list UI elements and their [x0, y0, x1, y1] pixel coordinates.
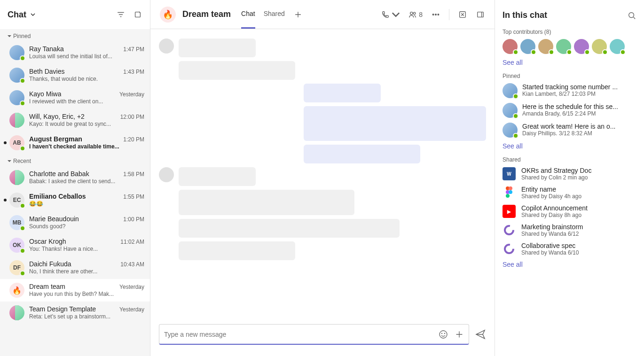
more-button[interactable]	[431, 10, 440, 19]
chat-list-item[interactable]: Beth Davies1:43 PMThanks, that would be …	[0, 64, 150, 86]
shared-file[interactable]: Entity nameShared by Daisy 4h ago	[503, 186, 636, 200]
avatar: AB	[9, 135, 24, 150]
chat-list-item[interactable]: Ray Tanaka1:47 PMLouisa will send the in…	[0, 41, 150, 64]
sidebar-title: Chat	[8, 10, 26, 20]
shared-title: Collaborative spec	[521, 242, 636, 249]
chat-item-title: Emiliano Ceballos	[29, 193, 86, 200]
chat-list-item[interactable]: 🔥Dream teamYesterdayHave you run this by…	[0, 279, 150, 302]
emoji-button[interactable]	[439, 330, 448, 339]
svg-point-7	[440, 331, 447, 338]
pinned-message[interactable]: Started tracking some number ...Kian Lam…	[503, 83, 636, 98]
add-tab-button[interactable]	[293, 10, 303, 19]
top-contributors-label: Top contributors (8)	[503, 29, 636, 35]
shared-meta: Shared by Wanda 6/10	[521, 249, 636, 256]
chat-list-item[interactable]: DFDaichi Fukuda10:43 AMNo, I think there…	[0, 256, 150, 279]
avatar: OK	[9, 238, 24, 253]
shared-file[interactable]: Marketing brainstormShared by Wanda 6/12	[503, 223, 636, 237]
see-all-shared[interactable]: See all	[503, 261, 523, 268]
chat-item-time: 1:55 PM	[123, 193, 144, 200]
avatar-placeholder	[159, 167, 174, 182]
chat-list-item[interactable]: Kayo MiwaYesterdayI reviewed with the cl…	[0, 86, 150, 109]
message-group	[159, 84, 486, 163]
chat-item-preview: 😂😂	[29, 201, 144, 207]
add-attachment-button[interactable]	[455, 330, 464, 339]
contributor-avatar[interactable]	[592, 39, 607, 54]
figma-icon	[503, 186, 516, 199]
contributor-avatar[interactable]	[538, 39, 553, 54]
info-panel: In this chat Top contributors (8) See al…	[495, 0, 644, 356]
chat-list-item[interactable]: Team Design TemplateYesterdayReta: Let's…	[0, 302, 150, 324]
chat-item-time: 1:43 PM	[123, 69, 144, 75]
pinned-message[interactable]: Here is the schedule for this se...Amand…	[503, 103, 636, 118]
recent-section-header[interactable]: Recent	[0, 154, 150, 166]
contributor-avatar[interactable]	[503, 39, 518, 54]
panel-search-button[interactable]	[627, 11, 636, 20]
avatar	[9, 45, 24, 60]
chat-item-title: Ray Tanaka	[29, 45, 64, 53]
message-bubble[interactable]	[179, 167, 256, 186]
message-area[interactable]	[150, 29, 495, 317]
shared-file[interactable]: ▶Copilot AnnouncementShared by Daisy 8h …	[503, 204, 636, 218]
svg-point-9	[445, 333, 445, 333]
avatar-placeholder	[159, 39, 174, 54]
chat-item-title: Kayo Miwa	[29, 90, 61, 98]
contributor-avatar[interactable]	[556, 39, 571, 54]
pinned-title: Here is the schedule for this se...	[522, 103, 636, 110]
call-button[interactable]	[381, 10, 400, 19]
shared-file[interactable]: Collaborative specShared by Wanda 6/10	[503, 242, 636, 256]
tab-chat[interactable]: Chat	[241, 0, 255, 29]
chat-list-item[interactable]: Will, Kayo, Eric, +212:00 PMKayo: It wou…	[0, 109, 150, 132]
participants-button[interactable]: 8	[408, 10, 423, 19]
chat-list-item[interactable]: MBMarie Beaudouin1:00 PMSounds good?	[0, 211, 150, 234]
svg-point-1	[414, 12, 416, 15]
svg-point-2	[432, 14, 434, 15]
chevron-down-icon	[392, 10, 400, 19]
contributor-avatar[interactable]	[520, 39, 535, 54]
message-bubble[interactable]	[179, 61, 295, 80]
copilot-button[interactable]	[458, 10, 467, 19]
chat-list-item[interactable]: ECEmiliano Ceballos1:55 PM😂😂	[0, 189, 150, 211]
chat-item-title: Will, Kayo, Eric, +2	[29, 113, 85, 120]
chat-dropdown[interactable]: Chat	[8, 10, 36, 20]
chat-item-preview: I reviewed with the client on...	[29, 98, 144, 105]
message-bubble[interactable]	[179, 39, 256, 57]
contributor-avatar[interactable]	[610, 39, 625, 54]
message-bubble[interactable]	[179, 190, 354, 215]
chat-item-preview: Have you run this by Beth? Mak...	[29, 291, 144, 297]
tab-shared[interactable]: Shared	[264, 0, 285, 29]
collapse-icon	[8, 34, 11, 38]
pinned-section-header[interactable]: Pinned	[0, 29, 150, 41]
chat-item-preview: I haven't checked available time...	[29, 143, 144, 150]
chat-avatar: 🔥	[160, 7, 176, 23]
chat-list[interactable]: Pinned Ray Tanaka1:47 PMLouisa will send…	[0, 29, 150, 356]
chat-list-item[interactable]: Charlotte and Babak1:58 PMBabak: I asked…	[0, 166, 150, 189]
chat-item-time: 10:43 AM	[120, 261, 144, 268]
chat-list-item[interactable]: OKOscar Krogh11:02 AMYou: Thanks! Have a…	[0, 234, 150, 256]
pinned-meta: Daisy Phillips. 3/12 8:32 AM	[522, 130, 636, 137]
pinned-message[interactable]: Great work team! Here is an o...Daisy Ph…	[503, 123, 636, 138]
avatar	[9, 170, 24, 185]
chat-item-time: 11:02 AM	[120, 239, 144, 245]
word-icon: W	[503, 167, 516, 180]
pinned-meta: Kian Lambert, 8/27 12:03 PM	[522, 91, 636, 97]
compose-input[interactable]	[164, 331, 439, 338]
new-chat-button[interactable]	[133, 10, 142, 19]
contributor-avatar[interactable]	[574, 39, 589, 54]
loop-icon	[503, 224, 516, 237]
avatar	[503, 103, 518, 118]
open-panel-button[interactable]	[476, 10, 485, 19]
svg-point-14	[509, 190, 512, 194]
message-bubble[interactable]	[304, 106, 486, 141]
message-bubble[interactable]	[304, 84, 381, 102]
shared-file[interactable]: WOKRs and Strategy DocShared by Colin 2 …	[503, 167, 636, 181]
send-button[interactable]	[475, 329, 486, 340]
message-bubble[interactable]	[304, 145, 420, 163]
see-all-contributors[interactable]: See all	[503, 59, 523, 66]
filter-button[interactable]	[116, 10, 126, 19]
message-bubble[interactable]	[179, 219, 400, 238]
chat-item-time: 1:47 PM	[123, 46, 144, 53]
see-all-pinned[interactable]: See all	[503, 142, 523, 150]
compose-box[interactable]	[159, 324, 469, 345]
message-bubble[interactable]	[179, 241, 295, 260]
chat-list-item[interactable]: ABAugust Bergman1:20 PMI haven't checked…	[0, 132, 150, 154]
